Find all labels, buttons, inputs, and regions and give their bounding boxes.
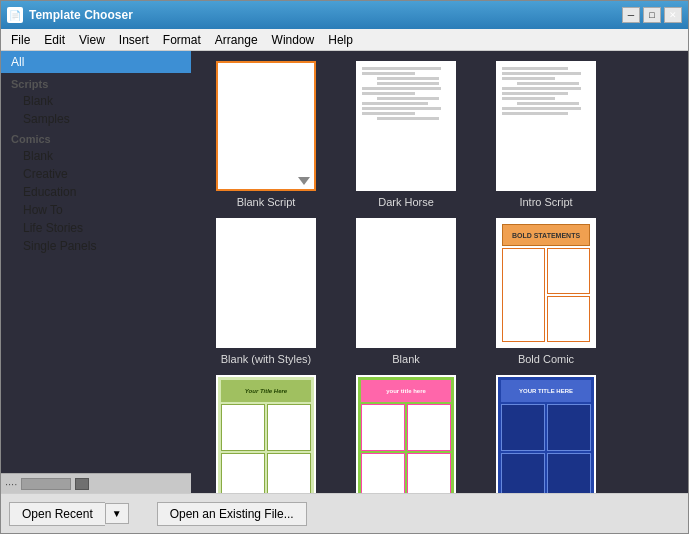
sidebar-item-all[interactable]: All — [1, 51, 191, 73]
bc-cell-top-right — [547, 248, 590, 294]
menu-file[interactable]: File — [5, 31, 36, 49]
line — [362, 87, 441, 90]
cc-cell-3 — [221, 453, 265, 493]
pc-cell-3 — [361, 453, 405, 493]
line — [502, 72, 581, 75]
menu-window[interactable]: Window — [266, 31, 321, 49]
pc-cell-2 — [407, 404, 451, 451]
template-thumb-blank-script[interactable] — [216, 61, 316, 191]
template-label-bold-comic: Bold Comic — [518, 353, 574, 365]
template-label-dark-horse: Dark Horse — [378, 196, 434, 208]
pc-header: your title here — [361, 380, 451, 402]
template-thumb-pink-comic[interactable]: your title here — [356, 375, 456, 493]
bold-comic-header: BOLD STATEMENTS — [502, 224, 590, 246]
template-label-blank-script: Blank Script — [237, 196, 296, 208]
line — [362, 112, 415, 115]
line — [362, 67, 441, 70]
cc-cell-2 — [267, 404, 311, 451]
template-row-1: Blank Script — [201, 61, 678, 208]
menu-view[interactable]: View — [73, 31, 111, 49]
cc-header: Your Title Here — [221, 380, 311, 402]
sidebar-category-comics: Comics — [1, 128, 191, 147]
sidebar-category-scripts: Scripts — [1, 73, 191, 92]
pc-cell-4 — [407, 453, 451, 493]
menu-arrange[interactable]: Arrange — [209, 31, 264, 49]
title-bar: 📄 Template Chooser ─ □ ✕ — [1, 1, 688, 29]
template-label-intro-script: Intro Script — [519, 196, 572, 208]
line — [362, 92, 415, 95]
menu-edit[interactable]: Edit — [38, 31, 71, 49]
menu-help[interactable]: Help — [322, 31, 359, 49]
open-recent-group: Open Recent ▼ — [9, 502, 129, 526]
sidebar-item-comics-education[interactable]: Education — [1, 183, 191, 201]
main-window: 📄 Template Chooser ─ □ ✕ File Edit View … — [0, 0, 689, 534]
sidebar-item-scripts-blank[interactable]: Blank — [1, 92, 191, 110]
dropdown-arrow-icon — [298, 177, 310, 185]
window-title: Template Chooser — [29, 8, 622, 22]
open-recent-dropdown[interactable]: ▼ — [105, 503, 129, 524]
line — [362, 72, 415, 75]
pink-comic-layout: your title here — [358, 377, 454, 493]
blue-comic-layout: YOUR TITLE HERE — [498, 377, 594, 493]
sidebar-scrollbar-thumb[interactable] — [21, 478, 71, 490]
line — [502, 67, 568, 70]
close-button[interactable]: ✕ — [664, 7, 682, 23]
template-thumb-dark-horse[interactable] — [356, 61, 456, 191]
template-thumb-blank[interactable] — [356, 218, 456, 348]
sidebar-wrapper: All Scripts Blank Samples Comics Blank C… — [1, 51, 191, 493]
pc-cell-1 — [361, 404, 405, 451]
menu-format[interactable]: Format — [157, 31, 207, 49]
sidebar-item-comics-howto[interactable]: How To — [1, 201, 191, 219]
blc-cell-2 — [547, 404, 591, 451]
template-label-blank: Blank — [392, 353, 420, 365]
maximize-button[interactable]: □ — [643, 7, 661, 23]
template-thumb-intro-script[interactable] — [496, 61, 596, 191]
line — [502, 97, 555, 100]
template-grid[interactable]: Blank Script — [191, 51, 688, 493]
template-card-intro-script[interactable]: Intro Script — [481, 61, 611, 208]
open-recent-button[interactable]: Open Recent — [9, 502, 105, 526]
open-existing-button[interactable]: Open an Existing File... — [157, 502, 307, 526]
template-thumb-blank-styles[interactable] — [216, 218, 316, 348]
line — [517, 102, 579, 105]
template-card-pink-comic[interactable]: your title here your title here — [341, 375, 471, 493]
menu-insert[interactable]: Insert — [113, 31, 155, 49]
bold-comic-layout: BOLD STATEMENTS — [498, 220, 594, 346]
bc-cell-bottom-right — [547, 296, 590, 342]
blc-header: YOUR TITLE HERE — [501, 380, 591, 402]
template-row-3: Your Title Here Your Title Here your tit — [201, 375, 678, 493]
minimize-button[interactable]: ─ — [622, 7, 640, 23]
blc-cell-3 — [501, 453, 545, 493]
template-card-bold-comic[interactable]: BOLD STATEMENTS Bold Comic — [481, 218, 611, 365]
bc-cell-left — [502, 248, 545, 342]
template-thumb-blue-comic[interactable]: YOUR TITLE HERE — [496, 375, 596, 493]
template-card-color-comic[interactable]: Your Title Here Your Title Here — [201, 375, 331, 493]
window-controls: ─ □ ✕ — [622, 7, 682, 23]
sidebar-item-comics-blank[interactable]: Blank — [1, 147, 191, 165]
line — [377, 77, 439, 80]
sidebar-item-comics-creative[interactable]: Creative — [1, 165, 191, 183]
line — [502, 112, 568, 115]
intro-script-lines — [498, 63, 594, 121]
template-thumb-bold-comic[interactable]: BOLD STATEMENTS — [496, 218, 596, 348]
line — [502, 87, 581, 90]
line — [517, 82, 579, 85]
template-card-blank-styles[interactable]: Blank (with Styles) — [201, 218, 331, 365]
sidebar-status: ···· — [1, 473, 191, 493]
sidebar-item-scripts-samples[interactable]: Samples — [1, 110, 191, 128]
status-dots: ···· — [5, 478, 17, 490]
sidebar-item-comics-singlepanels[interactable]: Single Panels — [1, 237, 191, 255]
template-card-dark-horse[interactable]: Dark Horse — [341, 61, 471, 208]
line — [502, 107, 581, 110]
line — [377, 82, 439, 85]
template-card-blank-script[interactable]: Blank Script — [201, 61, 331, 208]
template-card-blank[interactable]: Blank — [341, 218, 471, 365]
color-comic-layout: Your Title Here — [218, 377, 314, 493]
sidebar-scrollbar-end — [75, 478, 89, 490]
sidebar-item-comics-lifestories[interactable]: Life Stories — [1, 219, 191, 237]
template-label-blank-styles: Blank (with Styles) — [221, 353, 311, 365]
template-thumb-color-comic[interactable]: Your Title Here — [216, 375, 316, 493]
template-card-blue-comic[interactable]: YOUR TITLE HERE YOUR TITLE HERE — [481, 375, 611, 493]
blc-cell-1 — [501, 404, 545, 451]
blc-cell-4 — [547, 453, 591, 493]
